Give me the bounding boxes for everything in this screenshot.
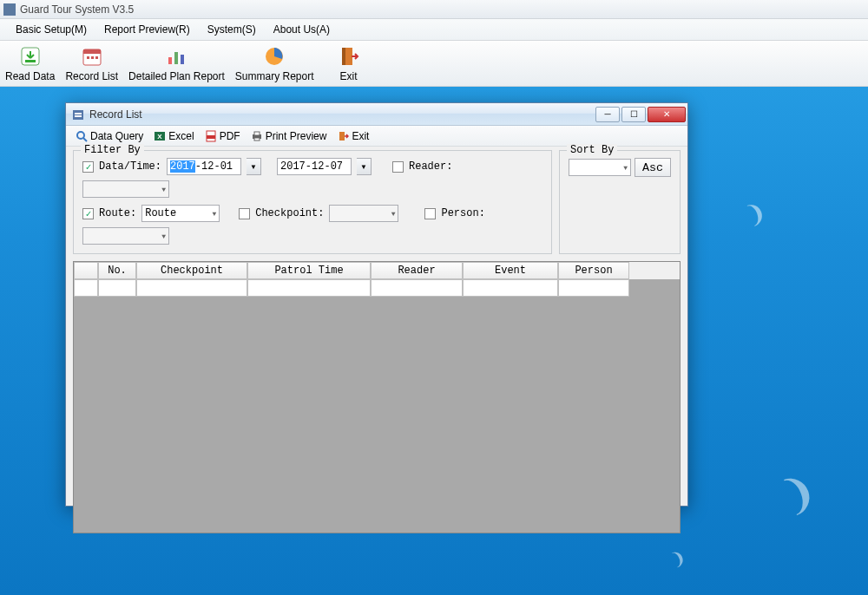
svg-rect-5: [91, 56, 94, 59]
record-list-window: Record List ─ ☐ ✕ Data Query X Excel PDF: [65, 102, 688, 507]
checkpoint-combo[interactable]: ▼: [329, 205, 398, 222]
svg-rect-12: [342, 48, 345, 65]
main-toolbar: Read Data Record List Detailed Plan Repo…: [0, 41, 868, 87]
date-checkbox[interactable]: ✓: [82, 161, 94, 173]
desktop-leaf-icon: ❩: [741, 197, 770, 231]
main-window: Guard Tour System V3.5 Basic Setup(M) Re…: [0, 0, 868, 87]
excel-button[interactable]: X Excel: [149, 128, 198, 144]
menu-about-us[interactable]: About Us(A): [265, 21, 339, 38]
menu-system[interactable]: System(S): [199, 21, 265, 38]
svg-rect-4: [87, 56, 89, 59]
svg-rect-21: [207, 135, 215, 139]
col-reader[interactable]: Reader: [371, 262, 463, 279]
printer-icon: [251, 130, 263, 142]
pdf-icon: [205, 130, 217, 142]
table-row[interactable]: [74, 279, 680, 297]
date-label: Data/Time:: [99, 160, 161, 173]
reader-combo[interactable]: ▼: [82, 180, 169, 198]
col-patrol-time[interactable]: Patrol Time: [247, 262, 371, 279]
main-titlebar: Guard Tour System V3.5: [0, 0, 868, 19]
child-exit-button[interactable]: Exit: [332, 128, 373, 144]
reader-checkbox[interactable]: [392, 161, 404, 173]
filter-by-group: Filter By ✓ Data/Time: 2017-12-01 ▼ 2017…: [73, 150, 552, 254]
menu-report-preview[interactable]: Report Preview(R): [95, 21, 199, 38]
close-button[interactable]: ✕: [648, 107, 686, 122]
svg-rect-9: [181, 55, 184, 64]
svg-rect-6: [95, 56, 98, 59]
asc-button[interactable]: Asc: [635, 158, 671, 177]
svg-line-17: [83, 138, 87, 141]
svg-rect-23: [254, 132, 260, 135]
col-checkpoint[interactable]: Checkpoint: [136, 262, 247, 279]
desktop-leaf-icon: ❩: [667, 546, 688, 571]
app-title: Guard Tour System V3.5: [20, 3, 134, 16]
route-label: Route:: [99, 207, 136, 219]
bar-chart-icon: [164, 44, 188, 69]
window-controls: ─ ☐ ✕: [594, 107, 686, 122]
results-grid[interactable]: No. Checkpoint Patrol Time Reader Event …: [73, 261, 681, 533]
toolbar-summary-report[interactable]: Summary Report: [235, 44, 314, 82]
svg-rect-1: [25, 60, 36, 62]
excel-icon: X: [154, 130, 166, 142]
reader-label: Reader:: [409, 160, 452, 173]
svg-rect-7: [168, 57, 172, 64]
svg-rect-24: [254, 138, 260, 141]
search-icon: [76, 130, 88, 142]
toolbar-read-data[interactable]: Read Data: [5, 44, 55, 82]
desktop-leaf-icon: ❩: [774, 464, 824, 521]
pdf-button[interactable]: PDF: [201, 128, 245, 144]
svg-text:X: X: [158, 133, 163, 141]
filter-legend: Filter By: [81, 144, 144, 156]
door-icon: [337, 44, 361, 69]
pie-chart-icon: [262, 44, 286, 69]
print-preview-button[interactable]: Print Preview: [247, 128, 332, 144]
grid-corner: [74, 262, 98, 279]
checkpoint-label: Checkpoint:: [255, 207, 324, 219]
checkpoint-checkbox[interactable]: [239, 208, 250, 219]
sort-combo[interactable]: ▼: [569, 159, 631, 176]
child-title: Record List: [89, 108, 594, 121]
toolbar-record-list[interactable]: Record List: [65, 44, 118, 82]
menu-basic-setup[interactable]: Basic Setup(M): [7, 21, 95, 38]
route-combo[interactable]: Route▼: [141, 205, 220, 222]
child-titlebar[interactable]: Record List ─ ☐ ✕: [66, 103, 687, 126]
grid-header: No. Checkpoint Patrol Time Reader Event …: [74, 262, 680, 279]
window-icon: [71, 108, 85, 121]
sort-legend: Sort By: [567, 144, 617, 156]
minimize-button[interactable]: ─: [595, 107, 620, 122]
svg-rect-8: [174, 52, 178, 64]
col-event[interactable]: Event: [463, 262, 558, 279]
menubar: Basic Setup(M) Report Preview(R) System(…: [0, 19, 868, 41]
toolbar-exit[interactable]: Exit: [325, 44, 373, 82]
svg-point-16: [77, 132, 84, 139]
col-no[interactable]: No.: [98, 262, 136, 279]
calendar-icon: [80, 44, 104, 69]
date-from-dropdown[interactable]: ▼: [247, 158, 261, 175]
sort-by-group: Sort By ▼ Asc: [559, 150, 681, 254]
data-query-button[interactable]: Data Query: [71, 128, 148, 144]
svg-rect-14: [75, 113, 82, 114]
svg-rect-3: [83, 49, 101, 54]
toolbar-detailed-plan-report[interactable]: Detailed Plan Report: [128, 44, 225, 82]
person-combo[interactable]: ▼: [82, 227, 169, 245]
filter-panel: Filter By ✓ Data/Time: 2017-12-01 ▼ 2017…: [66, 147, 687, 261]
download-icon: [18, 44, 43, 69]
col-person[interactable]: Person: [558, 262, 629, 279]
route-checkbox[interactable]: ✓: [82, 208, 94, 219]
svg-rect-25: [339, 132, 345, 141]
svg-rect-13: [73, 110, 83, 120]
date-from-input[interactable]: 2017-12-01: [167, 158, 241, 175]
date-to-input[interactable]: 2017-12-07: [277, 158, 352, 175]
person-checkbox[interactable]: [424, 208, 436, 219]
door-icon: [337, 130, 349, 142]
date-to-dropdown[interactable]: ▼: [357, 158, 372, 175]
maximize-button[interactable]: ☐: [621, 107, 646, 122]
svg-rect-15: [75, 115, 82, 117]
app-icon: [3, 3, 16, 16]
person-label: Person:: [441, 207, 484, 219]
